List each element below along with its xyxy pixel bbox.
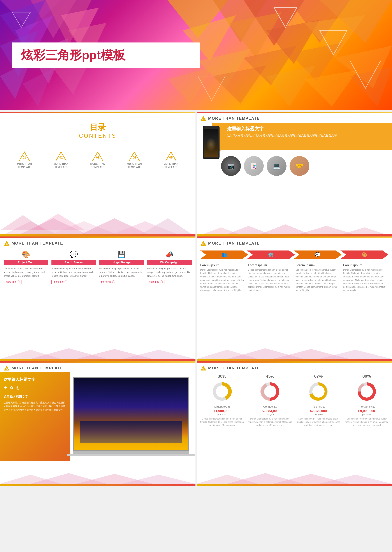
more-info-btn-4[interactable]: more info › bbox=[147, 280, 165, 284]
phone-mockup bbox=[201, 126, 221, 159]
hero-title: 炫彩三角形ppt模板 bbox=[21, 47, 191, 64]
card-1-text: Vestibulum id ligula porta felis euismod… bbox=[4, 267, 49, 278]
thumb-row: 📷 🃏 💻 🤝 bbox=[221, 156, 389, 176]
pie-charts-slide: 01 MORE THAN TEMPLATE 30% Slideback.ltd … bbox=[197, 361, 392, 486]
svg-text:01: 01 bbox=[202, 243, 204, 245]
svg-marker-27 bbox=[168, 67, 213, 104]
contents-items: 01 MORE THANTEMPLATE 02 MORE THANTEMPLAT… bbox=[0, 142, 196, 178]
card-4-icon: 📣 bbox=[147, 250, 192, 258]
pie-item-3: 67% Piechart.ltd $7,879,000 per year Don… bbox=[295, 374, 341, 427]
thumb-cards: 🃏 bbox=[244, 156, 264, 176]
proc-title-2: Lorem ipsum bbox=[248, 263, 293, 267]
card-4: 📣 Biz Campaign Vestibulum id ligula port… bbox=[147, 250, 192, 284]
proc-text-1: Donec ullamcorper nulla non metus auctor… bbox=[200, 268, 245, 292]
laptop-base bbox=[73, 451, 189, 454]
pie-name-3: Piechart.ltd bbox=[295, 405, 341, 408]
proc-item-4: Lorem ipsum Donec ullamcorper nulla non … bbox=[343, 263, 388, 292]
contents-label-3: MORE THANTEMPLATE bbox=[90, 163, 105, 169]
more-info-btn-2[interactable]: more info › bbox=[51, 280, 69, 284]
proc-title-1: Lorem ipsum bbox=[200, 263, 245, 267]
orange-bottom-bar bbox=[0, 234, 196, 236]
feature-cards-row: 🎨 Project Mng. Vestibulum id ligula port… bbox=[0, 248, 196, 287]
orange-bar-text: 这里输入标题文字 这里输入标题文字这里输入标题文字这里输入标题文字这里输入标题文… bbox=[227, 126, 389, 137]
pie-desc-4: Donec ullamcorper nulla non metus auctor… bbox=[344, 417, 390, 427]
sec-title-3: MORE THAN TEMPLATE bbox=[12, 241, 63, 246]
contents-item-2: 02 MORE THANTEMPLATE bbox=[54, 151, 69, 169]
phone-layout: 这里输入标题文字 这里输入标题文字这里输入标题文字这里输入标题文字这里输入标题文… bbox=[197, 123, 392, 211]
more-info-btn-1[interactable]: more info › bbox=[4, 280, 21, 284]
pie-svg-1 bbox=[210, 379, 234, 404]
proc-title-4: Lorem ipsum bbox=[343, 263, 388, 267]
sec-header-2: 01 MORE THAN TEMPLATE bbox=[197, 113, 392, 123]
orange-bottom-bar-6 bbox=[197, 484, 392, 486]
phone-slide: 01 MORE THAN TEMPLATE bbox=[197, 112, 392, 236]
feature-cards-slide: 01 MORE THAN TEMPLATE 🎨 Project Mng. Ves… bbox=[0, 236, 196, 361]
top-strip bbox=[0, 112, 196, 113]
sec-header-5: 01 MORE THAN TEMPLATE bbox=[0, 363, 196, 372]
laptop-frame bbox=[73, 377, 189, 456]
sec-title-6: MORE THAN TEMPLATE bbox=[208, 366, 260, 370]
card-4-badge: Biz Campaign bbox=[147, 260, 192, 265]
pie-item-4: 80% TheAgency.ltd $9,000,000 per year Do… bbox=[344, 374, 390, 427]
contents-label-1: MORE THANTEMPLATE bbox=[17, 163, 32, 169]
more-info-label-3: more info bbox=[101, 281, 112, 283]
pie-period-3: per year bbox=[295, 413, 341, 416]
card-1: 🎨 Project Mng. Vestibulum id ligula port… bbox=[4, 250, 49, 284]
pie-item-2: 45% Connect.ltd $2,884,000 per year Done… bbox=[247, 374, 293, 427]
slides-row-1: 目录 CONTENTS 01 MORE THANTEMPLATE 02 MORE… bbox=[0, 112, 392, 236]
pie-svg-3 bbox=[306, 379, 331, 404]
laptop-screen bbox=[73, 377, 189, 451]
sec-tri-icon-4: 01 bbox=[200, 241, 206, 246]
card-3-icon: 💾 bbox=[99, 250, 144, 258]
svg-marker-43 bbox=[31, 214, 85, 230]
laptop-slide: 01 MORE THAN TEMPLATE 这里输入标题文字 ★ ✿ ◎ 这里输… bbox=[0, 361, 196, 486]
slide6-subtitle-zh: 这里输入标题文字 bbox=[4, 395, 67, 399]
circle-arrow-icon-4: › bbox=[160, 281, 163, 283]
proc-text-2: Donec ullamcorper nulla non metus auctor… bbox=[248, 268, 293, 292]
pie-period-1: per year bbox=[199, 413, 245, 416]
circle-arrow-icon-3: › bbox=[112, 281, 115, 283]
svg-text:01: 01 bbox=[6, 368, 8, 370]
pie-price-4: $9,000,000 bbox=[344, 409, 390, 413]
pie-name-1: Slideback.ltd bbox=[199, 405, 245, 408]
proc-item-2: Lorem ipsum Donec ullamcorper nulla non … bbox=[248, 263, 293, 292]
slide3-title-zh: 这里输入标题文字 bbox=[227, 126, 389, 132]
proc-item-1: Lorem ipsum Donec ullamcorper nulla non … bbox=[200, 263, 245, 292]
sec-tri-icon-2: 01 bbox=[200, 116, 206, 121]
sec-title-5: MORE THAN TEMPLATE bbox=[12, 366, 63, 370]
orange-bottom-bar-3 bbox=[0, 359, 196, 361]
pie-price-2: $2,884,000 bbox=[247, 409, 293, 413]
orange-bottom-bar-2 bbox=[197, 234, 392, 236]
card-1-icon: 🎨 bbox=[4, 250, 49, 258]
slides-row-2: 01 MORE THAN TEMPLATE 🎨 Project Mng. Ves… bbox=[0, 236, 392, 361]
svg-text:04: 04 bbox=[133, 156, 136, 159]
svg-text:02: 02 bbox=[59, 156, 63, 159]
hero-slide: 炫彩三角形ppt模板 bbox=[0, 0, 392, 110]
svg-point-82 bbox=[216, 385, 228, 398]
pie-desc-2: Donec ullamcorper nulla non metus auctor… bbox=[247, 417, 293, 427]
hero-title-box: 炫彩三角形ppt模板 bbox=[12, 42, 200, 68]
icon-star: ★ bbox=[4, 385, 7, 390]
card-1-badge: Project Mng. bbox=[4, 260, 49, 265]
more-info-btn-3[interactable]: more info › bbox=[99, 280, 117, 284]
laptop-mockup bbox=[66, 377, 195, 465]
more-info-label-4: more info bbox=[149, 281, 159, 283]
bottom-deco-5 bbox=[0, 472, 196, 484]
laptop-layout: 这里输入标题文字 ★ ✿ ◎ 这里输入标题文字 这里输入标题文字这里输入标题文字… bbox=[0, 372, 196, 473]
svg-point-84 bbox=[264, 385, 276, 398]
left-orange-panel: 这里输入标题文字 ★ ✿ ◎ 这里输入标题文字 这里输入标题文字这里输入标题文字… bbox=[0, 372, 70, 461]
circle-arrow-icon-2: › bbox=[64, 281, 67, 283]
pie-charts-row: 30% Slideback.ltd $1,900,000 per year Do… bbox=[197, 372, 392, 428]
pie-percent-1: 30% bbox=[199, 374, 245, 379]
card-3-text: Vestibulum id ligula porta felis euismod… bbox=[99, 267, 144, 278]
top-strip-6 bbox=[197, 361, 392, 363]
card-2-text: Vestibulum id ligula porta felis euismod… bbox=[51, 267, 96, 278]
svg-text:03: 03 bbox=[96, 156, 99, 159]
sec-header-4: 01 MORE THAN TEMPLATE bbox=[197, 238, 392, 248]
contents-item-3: 03 MORE THANTEMPLATE bbox=[90, 151, 105, 169]
top-strip-3 bbox=[0, 236, 196, 238]
proc-item-3: Lorem ipsum Donec ullamcorper nulla non … bbox=[295, 263, 341, 292]
slide3-subtitle: 这里输入标题文字这里输入标题文字这里输入标题文字这里输入标题文字这里输入标题文字 bbox=[227, 133, 389, 137]
contents-label-2: MORE THANTEMPLATE bbox=[54, 163, 69, 169]
card-3-badge: Huge Storage bbox=[99, 260, 144, 265]
